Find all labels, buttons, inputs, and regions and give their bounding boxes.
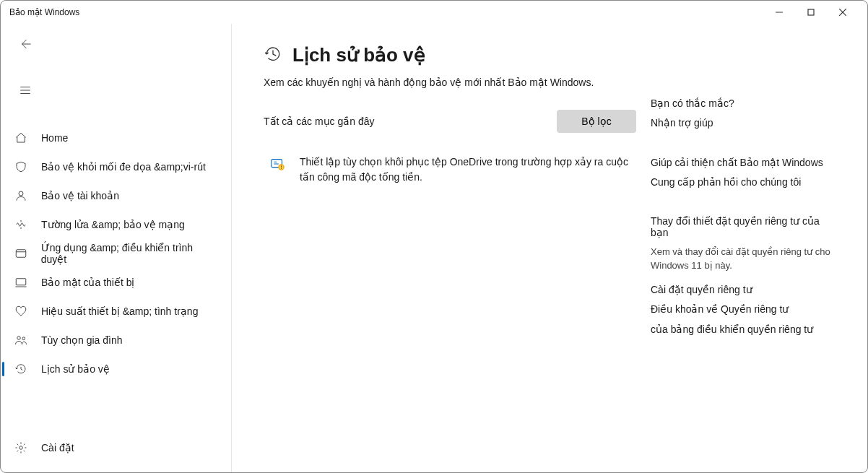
- sidebar: Home Bảo vệ khỏi mối đe dọa &amp;vi-rút …: [1, 24, 232, 473]
- app-browser-icon: [12, 247, 30, 260]
- hamburger-button[interactable]: [12, 77, 38, 103]
- privacy-settings-link[interactable]: Cài đặt quyền riêng tư: [651, 283, 838, 298]
- heart-icon: [12, 305, 30, 318]
- content-area: Lịch sử bảo vệ Xem các khuyến nghị và hà…: [232, 24, 867, 473]
- back-button[interactable]: [12, 31, 38, 57]
- svg-rect-10: [16, 250, 26, 258]
- sidebar-item-family[interactable]: Tùy chọn gia đình: [1, 326, 231, 355]
- privacy-statement-link[interactable]: Điều khoản về Quyền riêng tư: [651, 303, 838, 317]
- sidebar-item-label: Bảo vệ tài khoản: [41, 190, 119, 201]
- page-header: Lịch sử bảo vệ: [264, 44, 636, 66]
- titlebar: Bảo mật Windows: [1, 1, 867, 24]
- sidebar-item-label: Ứng dụng &amp; điều khiển trình duyệt: [41, 242, 220, 265]
- recommendation-text: Thiết lập tùy chọn khôi phục tệp OneDriv…: [300, 155, 636, 185]
- sidebar-item-device-security[interactable]: Bảo mật của thiết bị: [1, 268, 231, 297]
- sidebar-item-firewall[interactable]: Tường lửa &amp; bảo vệ mạng: [1, 210, 231, 239]
- svg-point-15: [22, 337, 25, 340]
- history-icon: [264, 45, 282, 66]
- sidebar-item-label: Hiệu suất thiết bị &amp; tình trạng: [41, 305, 198, 317]
- sidebar-item-label: Tùy chọn gia đình: [41, 334, 123, 346]
- minimize-button[interactable]: [763, 1, 795, 23]
- sidebar-item-label: Cài đặt: [41, 442, 74, 454]
- maximize-button[interactable]: [795, 1, 827, 23]
- sidebar-item-home[interactable]: Home: [1, 123, 231, 152]
- account-icon: [12, 189, 30, 202]
- recent-items-label: Tất cả các mục gần đây: [264, 116, 374, 127]
- privacy-dashboard-link[interactable]: của bảng điều khiển quyền riêng tư: [651, 323, 838, 337]
- sidebar-item-label: Bảo vệ khỏi mối đe dọa &amp;vi-rút: [41, 161, 206, 173]
- shield-icon: [12, 160, 30, 173]
- sidebar-item-account[interactable]: Bảo vệ tài khoản: [1, 181, 231, 210]
- get-help-link[interactable]: Nhận trợ giúp: [651, 116, 838, 131]
- page-subtitle: Xem các khuyến nghị và hành động bảo vệ …: [264, 77, 636, 88]
- home-icon: [12, 131, 30, 144]
- privacy-heading: Thay đổi thiết đặt quyền riêng tư của bạ…: [651, 215, 838, 238]
- network-icon: [12, 218, 30, 231]
- close-button[interactable]: [827, 1, 859, 23]
- sidebar-item-label: Home: [41, 132, 68, 144]
- sidebar-item-app-browser[interactable]: Ứng dụng &amp; điều khiển trình duyệt: [1, 239, 231, 268]
- recent-items-row: Tất cả các mục gần đây Bộ lọc: [264, 110, 636, 133]
- window-title: Bảo mật Windows: [9, 7, 79, 17]
- svg-rect-12: [16, 279, 26, 285]
- onedrive-warning-icon: [269, 155, 287, 185]
- privacy-description: Xem và thay đổi cài đặt quyền riêng tư c…: [651, 246, 838, 273]
- aside-panel: Bạn có thắc mắc? Nhận trợ giúp Giúp cải …: [636, 44, 838, 459]
- svg-point-20: [281, 168, 282, 169]
- page-title: Lịch sử bảo vệ: [292, 44, 425, 66]
- svg-rect-1: [808, 9, 814, 15]
- sidebar-item-virus[interactable]: Bảo vệ khỏi mối đe dọa &amp;vi-rút: [1, 152, 231, 181]
- filter-button[interactable]: Bộ lọc: [557, 110, 636, 133]
- gear-icon: [12, 441, 30, 454]
- sidebar-item-label: Bảo mật của thiết bị: [41, 277, 134, 288]
- device-icon: [12, 276, 30, 289]
- nav-list: Home Bảo vệ khỏi mối đe dọa &amp;vi-rút …: [1, 123, 231, 433]
- improve-heading: Giúp cải thiện chất Bảo mật Windows: [651, 157, 838, 168]
- sidebar-item-label: Tường lửa &amp; bảo vệ mạng: [41, 219, 185, 230]
- sidebar-item-settings[interactable]: Cài đặt: [1, 433, 231, 462]
- history-icon: [12, 363, 30, 376]
- sidebar-item-health[interactable]: Hiệu suất thiết bị &amp; tình trạng: [1, 297, 231, 326]
- help-heading: Bạn có thắc mắc?: [651, 97, 838, 109]
- svg-point-7: [19, 191, 23, 196]
- svg-point-14: [17, 337, 21, 340]
- sidebar-item-history[interactable]: Lịch sử bảo vệ: [1, 355, 231, 383]
- sidebar-item-label: Lịch sử bảo vệ: [41, 363, 110, 375]
- feedback-link[interactable]: Cung cấp phản hồi cho chúng tôi: [651, 175, 838, 190]
- recommendation-item[interactable]: Thiết lập tùy chọn khôi phục tệp OneDriv…: [264, 153, 636, 185]
- family-icon: [12, 334, 30, 347]
- svg-point-16: [19, 446, 23, 450]
